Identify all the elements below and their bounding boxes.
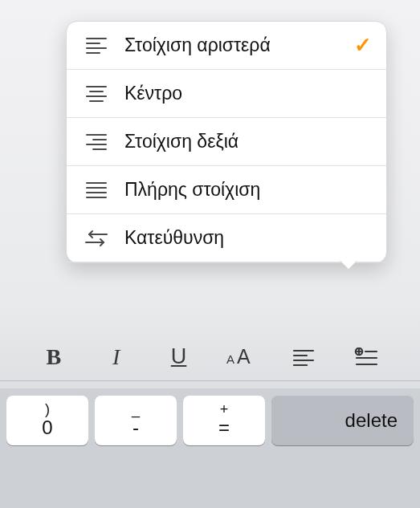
align-center-icon: [84, 82, 108, 106]
key-upper: _: [132, 402, 140, 417]
menu-item-label: Κατεύθυνση: [124, 227, 372, 249]
key-label: delete: [345, 409, 398, 432]
menu-item-label: Κέντρο: [124, 83, 372, 104]
menu-item-align-left[interactable]: Στοίχιση αριστερά ✓: [67, 22, 386, 70]
keyboard-faded-area: [0, 453, 420, 508]
bold-button[interactable]: B: [35, 339, 72, 376]
align-justify-icon: [84, 178, 108, 202]
popover-arrow: [340, 262, 357, 270]
menu-item-label: Πλήρης στοίχιση: [124, 179, 372, 201]
format-toolbar: B I U A A: [0, 333, 420, 381]
text-size-icon: A A: [226, 347, 255, 368]
keyboard-row: ) 0 _ - + = delete: [0, 388, 420, 453]
insert-button[interactable]: [348, 339, 385, 376]
text-size-button[interactable]: A A: [222, 339, 259, 376]
svg-text:A: A: [226, 352, 234, 366]
key-delete[interactable]: delete: [271, 396, 414, 445]
menu-item-direction[interactable]: Κατεύθυνση: [67, 214, 386, 262]
key-upper: ): [45, 402, 50, 417]
direction-icon: [84, 226, 108, 250]
menu-item-align-center[interactable]: Κέντρο: [67, 70, 386, 118]
menu-item-label: Στοίχιση δεξιά: [124, 131, 372, 152]
italic-button[interactable]: I: [98, 339, 135, 376]
key-0[interactable]: ) 0: [6, 396, 88, 445]
paragraph-align-button[interactable]: [285, 339, 322, 376]
key-lower: =: [218, 417, 230, 440]
svg-text:A: A: [237, 347, 251, 368]
check-icon: ✓: [354, 33, 372, 58]
underline-button[interactable]: U: [161, 339, 198, 376]
align-left-icon: [292, 348, 315, 366]
menu-item-align-right[interactable]: Στοίχιση δεξιά: [67, 118, 386, 166]
align-right-icon: [84, 130, 108, 154]
key-upper: +: [220, 402, 229, 417]
alignment-popover: Στοίχιση αριστερά ✓ Κέντρο Στοίχιση δεξι…: [66, 21, 387, 263]
key-equals[interactable]: + =: [183, 396, 265, 445]
menu-item-label: Στοίχιση αριστερά: [124, 35, 354, 56]
key-lower: -: [133, 417, 139, 440]
list-plus-icon: [354, 347, 378, 367]
align-left-icon: [84, 34, 108, 58]
menu-item-align-justify[interactable]: Πλήρης στοίχιση: [67, 166, 386, 214]
key-lower: 0: [42, 417, 52, 440]
key-minus[interactable]: _ -: [95, 396, 177, 445]
